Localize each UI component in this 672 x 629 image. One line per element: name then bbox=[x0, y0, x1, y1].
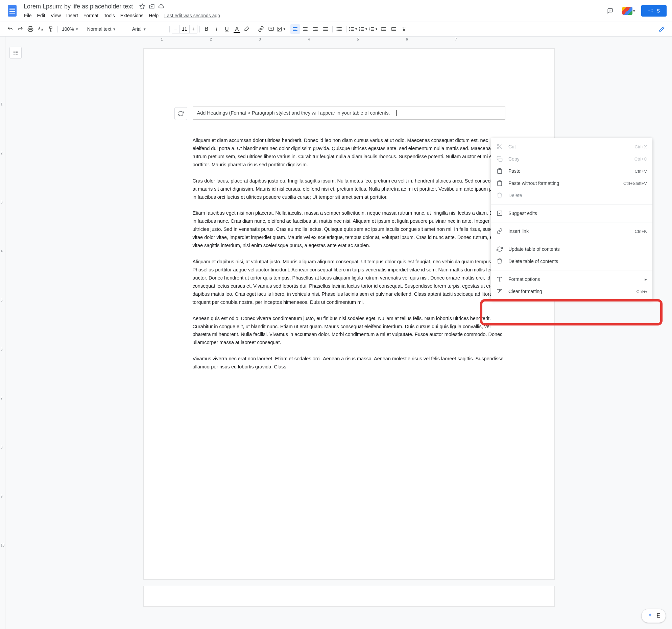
paragraph[interactable]: Vivamus viverra nec erat non laoreet. Et… bbox=[193, 355, 505, 371]
paragraph[interactable]: Cras dolor lacus, placerat dapibus justo… bbox=[193, 177, 505, 201]
explore-button[interactable]: E bbox=[641, 609, 666, 623]
font-size-decrease[interactable]: − bbox=[172, 25, 179, 33]
ctx-delete-toc[interactable]: Delete table of contents bbox=[491, 255, 652, 267]
paragraph[interactable]: Aenean quis est odio. Donec viverra cond… bbox=[193, 315, 505, 347]
decrease-indent-button[interactable] bbox=[379, 24, 388, 34]
style-value: Normal text bbox=[87, 26, 112, 32]
ctx-paste-no-format[interactable]: Paste without formatting Ctrl+Shift+V bbox=[491, 177, 652, 189]
svg-rect-12 bbox=[499, 169, 501, 170]
ctx-label: Format options bbox=[508, 276, 639, 282]
text-color-button[interactable]: A bbox=[232, 24, 242, 34]
paragraph-style-select[interactable]: Normal text▼ bbox=[85, 24, 126, 34]
insert-link-button[interactable] bbox=[256, 24, 266, 34]
menu-tools[interactable]: Tools bbox=[101, 11, 117, 20]
svg-point-4 bbox=[360, 29, 360, 29]
svg-rect-11 bbox=[499, 158, 502, 162]
menu-insert[interactable]: Insert bbox=[64, 11, 80, 20]
comment-history-icon[interactable] bbox=[603, 4, 617, 18]
font-select[interactable]: Arial▼ bbox=[130, 24, 167, 34]
spellcheck-button[interactable] bbox=[36, 24, 45, 34]
ruler-v-tick: 10 bbox=[1, 543, 4, 547]
clear-formatting-button[interactable] bbox=[399, 24, 409, 34]
menu-file[interactable]: File bbox=[22, 11, 34, 20]
menu-help[interactable]: Help bbox=[146, 11, 161, 20]
redo-button[interactable] bbox=[16, 24, 25, 34]
page[interactable]: Add Headings (Format > Paragraph styles)… bbox=[144, 49, 554, 579]
align-center-button[interactable] bbox=[301, 24, 310, 34]
menu-format[interactable]: Format bbox=[81, 11, 101, 20]
scissors-icon bbox=[496, 143, 503, 150]
bulleted-list-button[interactable]: ▼ bbox=[359, 24, 368, 34]
numbered-list-button[interactable]: 123▼ bbox=[369, 24, 378, 34]
paint-format-button[interactable] bbox=[46, 24, 55, 34]
underline-button[interactable]: U bbox=[222, 24, 232, 34]
ctx-insert-link[interactable]: Insert link Ctrl+K bbox=[491, 225, 652, 237]
svg-point-3 bbox=[360, 27, 360, 28]
ctx-label: Insert link bbox=[508, 228, 629, 234]
ruler-h-tick: 4 bbox=[308, 38, 357, 41]
ruler-v-tick: 2 bbox=[1, 151, 3, 155]
align-justify-button[interactable] bbox=[321, 24, 330, 34]
menu-view[interactable]: View bbox=[48, 11, 63, 20]
toolbar: 100%▼ Normal text▼ Arial▼ − 11 + B I U A… bbox=[0, 22, 672, 37]
ctx-shortcut: Ctrl+\ bbox=[637, 289, 647, 294]
ctx-shortcut: Ctrl+V bbox=[635, 169, 647, 174]
font-size-increase[interactable]: + bbox=[190, 25, 197, 33]
cloud-status-icon[interactable] bbox=[158, 3, 165, 10]
meet-icon[interactable]: ▼ bbox=[622, 4, 636, 18]
zoom-select[interactable]: 100%▼ bbox=[60, 24, 81, 34]
explore-icon bbox=[647, 612, 654, 619]
ctx-shortcut: Ctrl+C bbox=[634, 156, 647, 162]
menubar: File Edit View Insert Format Tools Exten… bbox=[22, 11, 603, 20]
paragraph[interactable]: Aliquam et dapibus nisi, at volutpat jus… bbox=[193, 258, 505, 307]
left-gutter bbox=[5, 37, 26, 629]
italic-button[interactable]: I bbox=[212, 24, 221, 34]
ctx-paste[interactable]: Paste Ctrl+V bbox=[491, 165, 652, 177]
line-spacing-button[interactable] bbox=[335, 24, 344, 34]
ruler-v-tick: 4 bbox=[1, 249, 3, 253]
ctx-label: Copy bbox=[508, 156, 629, 162]
paste-icon bbox=[496, 168, 503, 174]
format-icon bbox=[496, 276, 503, 283]
table-of-contents[interactable]: Add Headings (Format > Paragraph styles)… bbox=[193, 106, 505, 120]
suggest-icon bbox=[496, 210, 503, 217]
move-icon[interactable] bbox=[148, 3, 155, 10]
undo-button[interactable] bbox=[5, 24, 15, 34]
ctx-suggest-edits[interactable]: Suggest edits bbox=[491, 207, 652, 219]
paragraph[interactable]: Etiam faucibus eget nisi non placerat. N… bbox=[193, 209, 505, 250]
increase-indent-button[interactable] bbox=[389, 24, 399, 34]
insert-comment-button[interactable] bbox=[266, 24, 276, 34]
ctx-shortcut: Ctrl+X bbox=[635, 144, 647, 149]
font-size-control: − 11 + bbox=[172, 25, 197, 33]
editing-mode-button[interactable] bbox=[657, 24, 667, 34]
app-header: Lorem Lpsum: by life as placeholder text… bbox=[0, 0, 672, 22]
paragraph[interactable]: Aliquam et diam accumsan dolor ultrices … bbox=[193, 137, 505, 169]
menu-extensions[interactable]: Extensions bbox=[118, 11, 146, 20]
highlight-button[interactable] bbox=[242, 24, 252, 34]
font-size-value[interactable]: 11 bbox=[179, 25, 190, 33]
ctx-separator bbox=[491, 270, 652, 270]
outline-toggle-button[interactable] bbox=[9, 47, 22, 59]
ruler-v-tick: 1 bbox=[1, 102, 3, 106]
bold-button[interactable]: B bbox=[202, 24, 211, 34]
page[interactable] bbox=[144, 586, 554, 606]
refresh-icon bbox=[496, 246, 503, 252]
print-button[interactable] bbox=[26, 24, 35, 34]
ctx-update-toc[interactable]: Update table of contents bbox=[491, 243, 652, 255]
canvas[interactable]: 1 2 3 4 5 6 7 Add Headings (Format > Par… bbox=[26, 37, 672, 629]
insert-image-button[interactable]: ▼ bbox=[277, 24, 286, 34]
align-left-button[interactable] bbox=[290, 24, 300, 34]
ctx-clear-formatting[interactable]: Clear formatting Ctrl+\ bbox=[491, 285, 652, 297]
align-right-button[interactable] bbox=[311, 24, 320, 34]
last-edit-link[interactable]: Last edit was seconds ago bbox=[164, 13, 220, 18]
ctx-label: Paste bbox=[508, 168, 629, 174]
context-menu: Cut Ctrl+X Copy Ctrl+C Paste Ctrl+V Past… bbox=[491, 138, 652, 300]
document-title[interactable]: Lorem Lpsum: by life as placeholder text bbox=[22, 2, 135, 11]
share-button[interactable]: S bbox=[641, 5, 667, 17]
star-icon[interactable] bbox=[139, 3, 146, 10]
docs-logo[interactable] bbox=[5, 4, 19, 18]
ctx-format-options[interactable]: Format options ▸ bbox=[491, 273, 652, 285]
toc-refresh-button[interactable] bbox=[174, 107, 187, 120]
menu-edit[interactable]: Edit bbox=[35, 11, 48, 20]
checklist-button[interactable]: ▼ bbox=[349, 24, 358, 34]
